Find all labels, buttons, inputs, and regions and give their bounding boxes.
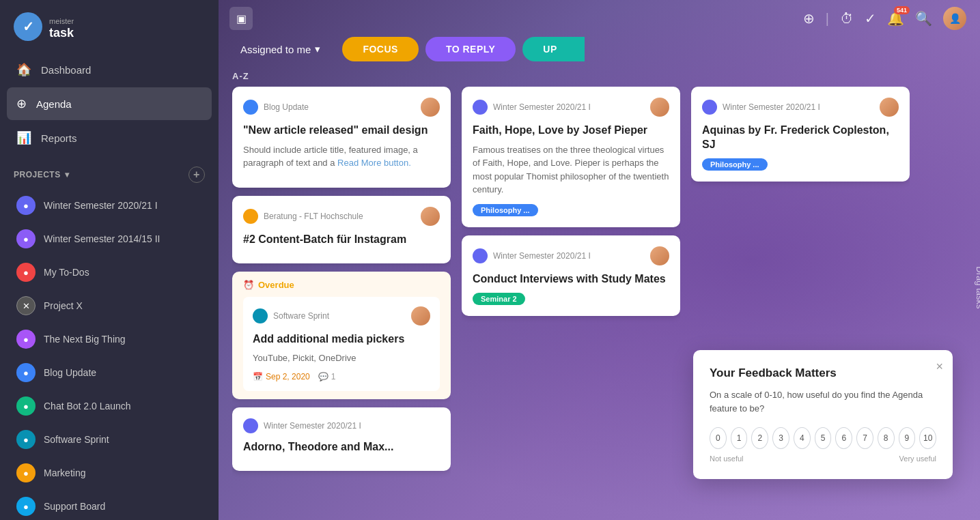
project-name: Software Sprint — [273, 311, 406, 321]
card-faith-hope[interactable]: Winter Semester 2020/21 I Faith, Hope, L… — [462, 87, 680, 227]
logo-text: meister task — [49, 14, 74, 39]
rating-5[interactable]: 5 — [815, 427, 832, 449]
seminar-tag[interactable]: Seminar 2 — [473, 293, 525, 305]
project-item-blogupdate[interactable]: ● Blog Update — [7, 356, 212, 389]
card-header: Winter Semester 2020/21 I — [243, 418, 440, 433]
rating-4[interactable]: 4 — [794, 427, 811, 449]
rating-1[interactable]: 1 — [731, 427, 748, 449]
sidebar: ✓ meister task 🏠 Dashboard ⊕ Agenda 📊 Re… — [0, 0, 219, 520]
card-adorno[interactable]: Winter Semester 2020/21 I Adorno, Theodo… — [232, 407, 451, 471]
project-label-mytodos: My To-Dos — [44, 267, 89, 278]
project-icon-chatbot: ● — [16, 396, 36, 416]
expand-button[interactable]: ▣ — [229, 7, 253, 30]
project-icon-support: ● — [16, 497, 36, 516]
rating-10[interactable]: 10 — [919, 427, 936, 449]
sidebar-item-dashboard[interactable]: 🏠 Dashboard — [7, 53, 212, 86]
add-icon[interactable]: ⊕ — [803, 10, 815, 27]
project-item-winter2021[interactable]: ● Winter Semester 2020/21 I — [7, 189, 212, 222]
philosophy-tag[interactable]: Philosophy ... — [473, 204, 538, 216]
check-circle-icon[interactable]: ✓ — [865, 10, 876, 27]
add-project-button[interactable]: + — [188, 167, 205, 183]
user-avatar[interactable]: 👤 — [943, 7, 966, 30]
sort-label: A-Z — [232, 71, 249, 81]
projects-header: PROJECTS ▾ + — [0, 156, 219, 188]
project-icon-blogupdate: ● — [16, 363, 36, 382]
rating-6[interactable]: 6 — [835, 427, 852, 449]
project-name: Winter Semester 2020/21 I — [493, 251, 645, 261]
card-beratung[interactable]: Beratung - FLT Hochschule #2 Content-Bat… — [232, 196, 451, 263]
projects-label: PROJECTS — [14, 170, 61, 179]
very-useful-label: Very useful — [899, 454, 936, 463]
project-icon-winter2021: ● — [16, 196, 36, 215]
bell-badge: 541 — [894, 6, 910, 14]
project-label-winter2015: Winter Semester 2014/15 II — [44, 233, 160, 244]
bell-wrapper: 🔔 541 — [887, 10, 904, 27]
card-aquinas[interactable]: Winter Semester 2020/21 I Aquinas by Fr.… — [691, 87, 910, 182]
timer-icon[interactable]: ⏱ — [840, 11, 854, 27]
card-header: Winter Semester 2020/21 I — [473, 246, 669, 265]
assigned-chevron: ▾ — [315, 43, 320, 55]
projects-toggle[interactable]: PROJECTS ▾ — [14, 170, 69, 179]
project-name: Beratung - FLT Hochschule — [264, 212, 415, 221]
project-item-mytodos[interactable]: ● My To-Dos — [7, 256, 212, 289]
assignee-avatar — [650, 246, 669, 265]
project-label-projectx: Project X — [44, 300, 83, 311]
comment-icon: 💬 — [318, 372, 328, 381]
card-blog-update[interactable]: Blog Update "New article released" email… — [232, 87, 451, 188]
card-header: Beratung - FLT Hochschule — [243, 207, 440, 226]
rating-9[interactable]: 9 — [899, 427, 916, 449]
search-icon[interactable]: 🔍 — [915, 10, 932, 27]
reports-icon: 📊 — [16, 130, 31, 145]
cards-column-1: Blog Update "New article released" email… — [232, 87, 451, 520]
card-interviews[interactable]: Winter Semester 2020/21 I Conduct Interv… — [462, 235, 680, 316]
project-icon-winter2015: ● — [16, 229, 36, 248]
card-header: Winter Semester 2020/21 I — [702, 98, 899, 117]
rating-7[interactable]: 7 — [856, 427, 873, 449]
project-item-winter2015[interactable]: ● Winter Semester 2014/15 II — [7, 222, 212, 255]
assigned-tab[interactable]: Assigned to me ▾ — [232, 39, 328, 59]
logo-icon: ✓ — [14, 12, 42, 41]
card-title: "New article released" email design — [243, 124, 440, 138]
up-tab[interactable]: UP — [522, 37, 584, 61]
assignee-avatar — [880, 98, 899, 117]
project-item-chatbot[interactable]: ● Chat Bot 2.0 Launch — [7, 390, 212, 422]
to-reply-tab[interactable]: TO REPLY — [425, 37, 516, 61]
project-item-nextbig[interactable]: ● The Next Big Thing — [7, 323, 212, 356]
card-desc: Should include article title, featured i… — [243, 143, 440, 170]
philosophy-tag[interactable]: Philosophy ... — [702, 158, 768, 171]
rating-8[interactable]: 8 — [878, 427, 895, 449]
rating-2[interactable]: 2 — [751, 427, 768, 449]
project-icon — [243, 100, 258, 115]
card-meta: 📅 Sep 2, 2020 💬 1 — [253, 372, 430, 381]
feedback-title: Your Feedback Matters — [710, 366, 936, 380]
overdue-icon: ⏰ — [243, 280, 254, 290]
logo-sub: meister — [49, 17, 74, 25]
sidebar-item-dashboard-label: Dashboard — [41, 64, 91, 76]
project-item-support[interactable]: ● Support Board — [7, 490, 212, 520]
project-icon-marketing: ● — [16, 463, 36, 482]
project-item-marketing[interactable]: ● Marketing — [7, 457, 212, 489]
header-left: ▣ — [229, 7, 253, 30]
focus-tab[interactable]: FOCUS — [342, 37, 419, 61]
project-label-marketing: Marketing — [44, 467, 85, 478]
feedback-close-button[interactable]: × — [936, 360, 943, 374]
drag-tasks-label: Drag tasks — [974, 266, 980, 308]
assignee-avatar — [411, 306, 430, 326]
projects-list: ● Winter Semester 2020/21 I ● Winter Sem… — [0, 188, 219, 520]
home-icon: 🏠 — [16, 62, 31, 77]
project-label-support: Support Board — [44, 501, 105, 512]
feedback-desc: On a scale of 0-10, how useful do you fi… — [710, 388, 936, 415]
overdue-card[interactable]: ⏰ Overdue Software Sprint Add additional… — [232, 272, 451, 399]
read-more-link[interactable]: Read More button. — [337, 158, 411, 168]
card-title: Faith, Hope, Love by Josef Pieper — [473, 124, 669, 138]
sidebar-item-reports[interactable]: 📊 Reports — [7, 121, 212, 154]
rating-0[interactable]: 0 — [710, 427, 727, 449]
project-item-sprint[interactable]: ● Software Sprint — [7, 423, 212, 456]
header: ▣ ⊕ | ⏱ ✓ 🔔 541 🔍 👤 — [219, 0, 980, 37]
rating-3[interactable]: 3 — [772, 427, 789, 449]
project-icon-projectx: ✕ — [16, 296, 36, 315]
cards-column-2: Winter Semester 2020/21 I Faith, Hope, L… — [462, 87, 680, 520]
project-label-chatbot: Chat Bot 2.0 Launch — [44, 401, 131, 411]
project-item-projectx[interactable]: ✕ Project X — [7, 289, 212, 322]
sidebar-item-agenda[interactable]: ⊕ Agenda — [7, 87, 212, 120]
